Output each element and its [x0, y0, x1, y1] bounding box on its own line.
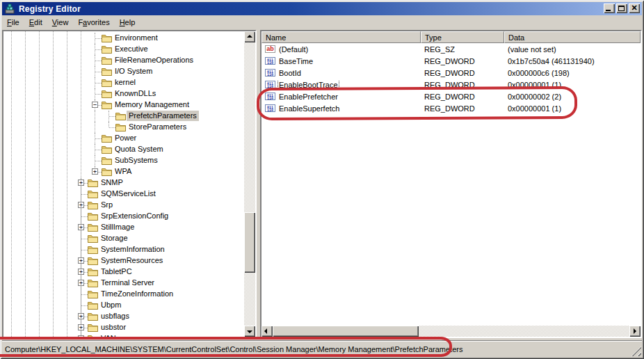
tree-item-timezoneinformation[interactable]: TimeZoneInformation	[3, 289, 244, 300]
tree-item-srp[interactable]: +Srp	[3, 200, 244, 211]
tree-item-label[interactable]: FileRenameOperations	[113, 55, 195, 65]
expand-icon[interactable]: +	[78, 335, 84, 337]
expand-icon[interactable]: +	[92, 168, 98, 175]
tree-item-filerenameoperations[interactable]: FileRenameOperations	[3, 55, 244, 66]
value-name[interactable]: (Default)	[278, 45, 309, 54]
expand-icon[interactable]: +	[78, 313, 84, 319]
tree-item-usbstor[interactable]: +usbstor	[3, 322, 244, 333]
tree-item-storage[interactable]: Storage	[3, 233, 244, 244]
value-data: 0x00000001 (1)	[504, 81, 641, 89]
expand-icon[interactable]: +	[78, 280, 84, 286]
expand-icon[interactable]: +	[78, 180, 84, 186]
value-name[interactable]: BaseTime	[278, 57, 314, 65]
value-row-enableprefetcher[interactable]: 011110EnablePrefetcherREG_DWORD0x0000000…	[261, 90, 641, 102]
folder-icon	[88, 245, 98, 255]
menu-item-favorites[interactable]: Favorites	[73, 17, 114, 28]
tree-item-i-o-system[interactable]: I/O System	[3, 66, 244, 77]
minimize-button[interactable]	[604, 3, 615, 13]
tree-item-stillimage[interactable]: +StillImage	[3, 222, 244, 233]
tree-item-label[interactable]: SubSystems	[113, 155, 160, 166]
value-row-enablesuperfetch[interactable]: 011110EnableSuperfetchREG_DWORD0x0000000…	[261, 102, 641, 114]
list-horizontal-scrollbar[interactable]	[261, 326, 641, 337]
scroll-left-button[interactable]	[261, 326, 273, 337]
value-row--default-[interactable]: ab(Default)REG_SZ(value not set)	[261, 43, 641, 55]
tree-item-prefetchparameters[interactable]: PrefetchParameters	[3, 111, 244, 122]
tree-item-wpa[interactable]: +WPA	[3, 166, 244, 177]
tree-item-label[interactable]: Ubpm	[99, 300, 123, 310]
menu-item-help[interactable]: Help	[115, 17, 140, 28]
tree-item-label[interactable]: SystemInformation	[99, 244, 167, 255]
expand-icon[interactable]: +	[78, 269, 84, 275]
maximize-button[interactable]	[616, 3, 627, 13]
tree-item-systeminformation[interactable]: SystemInformation	[3, 244, 244, 255]
tree-item-memory-management[interactable]: −Memory Management	[3, 99, 244, 111]
value-row-enableboottrace[interactable]: 011110EnableBootTraceREG_DWORD0x00000001…	[261, 79, 641, 90]
tree-item-storeparameters[interactable]: StoreParameters	[3, 122, 244, 133]
tree-item-label[interactable]: kernel	[113, 77, 138, 88]
tree-item-label[interactable]: SrpExtensionConfig	[99, 211, 170, 221]
tree-item-sqmservicelist[interactable]: SQMServiceList	[3, 189, 244, 200]
tree-item-knowndlls[interactable]: KnownDLLs	[3, 88, 244, 99]
value-name[interactable]: EnableSuperfetch	[278, 104, 340, 113]
tree-item-label[interactable]: I/O System	[113, 66, 154, 77]
tree-item-label[interactable]: Terminal Server	[99, 278, 156, 288]
tree-item-power[interactable]: Power	[3, 133, 244, 144]
tree-item-label[interactable]: SNMP	[99, 177, 125, 188]
tree-item-srpextensionconfig[interactable]: SrpExtensionConfig	[3, 211, 244, 222]
menu-item-view[interactable]: View	[47, 17, 74, 28]
scroll-right-button[interactable]	[629, 326, 641, 337]
tree-item-label[interactable]: PrefetchParameters	[127, 111, 199, 121]
tree-item-systemresources[interactable]: +SystemResources	[3, 255, 244, 266]
tree-item-label[interactable]: usbflags	[99, 311, 131, 321]
tree-item-label[interactable]: Executive	[113, 44, 150, 54]
close-button[interactable]: ✕	[629, 3, 640, 13]
menu-item-edit[interactable]: Edit	[24, 17, 47, 28]
value-row-bootid[interactable]: 011110BootIdREG_DWORD0x000000c6 (198)	[261, 67, 641, 79]
tree-item-label[interactable]: Memory Management	[113, 99, 191, 110]
tree-item-ubpm[interactable]: Ubpm	[3, 300, 244, 311]
column-header-type[interactable]: Type	[421, 31, 504, 43]
tree-item-label[interactable]: SystemResources	[99, 255, 165, 266]
tree-item-usbflags[interactable]: +usbflags	[3, 311, 244, 322]
tree-item-label[interactable]: usbstor	[99, 322, 128, 333]
list-scrollbar-thumb[interactable]	[273, 326, 419, 337]
tree-item-quota-system[interactable]: Quota System	[3, 144, 244, 155]
value-name[interactable]: BootId	[278, 69, 302, 77]
column-header-data[interactable]: Data	[504, 31, 641, 43]
tree-item-executive[interactable]: Executive	[3, 44, 244, 55]
menu-item-file[interactable]: File	[2, 17, 24, 28]
tree-item-label[interactable]: Srp	[99, 200, 115, 210]
value-name[interactable]: EnablePrefetcher	[278, 93, 339, 101]
tree-item-label[interactable]: Power	[113, 133, 138, 143]
tree-item-label[interactable]: Environment	[113, 33, 160, 43]
tree-item-label[interactable]: Storage	[99, 233, 130, 244]
value-row-basetime[interactable]: 011110BaseTimeREG_DWORD0x1b7c50a4 (46113…	[261, 55, 641, 67]
tree-item-terminal-server[interactable]: +Terminal Server	[3, 278, 244, 289]
column-header-name[interactable]: Name	[261, 31, 421, 43]
expand-icon[interactable]: +	[78, 202, 84, 208]
tree-item-label[interactable]: TabletPC	[99, 266, 134, 277]
tree-item-label[interactable]: SQMServiceList	[99, 189, 158, 199]
tree-item-snmp[interactable]: +SNMP	[3, 177, 244, 189]
tree-item-van[interactable]: +VAN	[3, 333, 244, 337]
scroll-down-button[interactable]	[244, 326, 255, 337]
scroll-up-button[interactable]	[244, 31, 255, 42]
tree-vertical-scrollbar[interactable]	[244, 31, 255, 337]
tree-item-tabletpc[interactable]: +TabletPC	[3, 266, 244, 278]
tree-item-label[interactable]: VAN	[99, 333, 118, 337]
tree-item-label[interactable]: StillImage	[99, 222, 136, 232]
tree-item-environment[interactable]: Environment	[3, 33, 244, 44]
tree-scrollbar-thumb[interactable]	[244, 212, 255, 273]
expand-icon[interactable]: +	[78, 324, 84, 330]
tree-item-label[interactable]: KnownDLLs	[113, 88, 158, 99]
tree-item-kernel[interactable]: kernel	[3, 77, 244, 88]
value-name[interactable]: EnableBootTrace	[278, 81, 339, 89]
tree-item-subsystems[interactable]: SubSystems	[3, 155, 244, 166]
expand-icon[interactable]: +	[78, 257, 84, 264]
tree-item-label[interactable]: TimeZoneInformation	[99, 289, 175, 299]
expand-icon[interactable]: +	[78, 224, 84, 230]
tree-item-label[interactable]: StoreParameters	[127, 122, 188, 132]
tree-item-label[interactable]: WPA	[113, 166, 134, 177]
tree-item-label[interactable]: Quota System	[113, 144, 166, 154]
collapse-icon[interactable]: −	[92, 102, 98, 108]
